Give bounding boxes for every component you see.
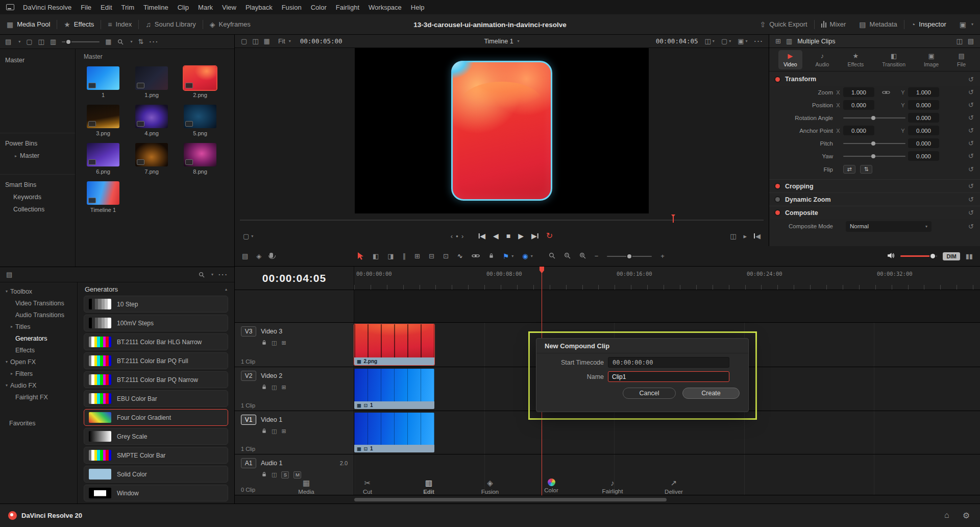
generator-item[interactable]: SMPTE Color Bar (84, 447, 228, 464)
more-options-icon[interactable]: ··· (149, 38, 159, 45)
match-frame-icon[interactable]: ◫ (730, 233, 736, 239)
clip-thumbnail[interactable] (135, 66, 168, 90)
position-y-field[interactable]: 0.000 (908, 100, 939, 110)
clip-thumbnail[interactable] (135, 143, 168, 166)
zoom-full-extent-icon[interactable] (549, 252, 555, 260)
reset-icon[interactable]: ↺ (968, 88, 974, 96)
menu-davinci-resolve[interactable]: DaVinci Resolve (18, 0, 76, 14)
mixer-button[interactable]: Mixer (815, 14, 853, 35)
bin-master[interactable]: Master (0, 54, 75, 66)
goto-out-icon[interactable]: ▸ (743, 233, 747, 239)
reset-icon[interactable]: ↺ (968, 101, 974, 109)
openfx-group[interactable]: ▾ Open FX (0, 356, 77, 368)
auto-select-icon[interactable]: ◫ (272, 385, 277, 390)
overwrite-clip-icon[interactable]: ⊟ (429, 253, 434, 259)
zoom-custom-icon[interactable] (579, 252, 586, 260)
sort-icon[interactable]: ⇅ (138, 38, 144, 45)
menu-trim[interactable]: Trim (117, 0, 139, 14)
zoom-fit-select[interactable]: Fit ▾ (278, 38, 291, 45)
chevron-down-icon[interactable]: ▾ (511, 254, 513, 258)
media-clip[interactable]: 6.png (87, 143, 119, 175)
inspector-options-icon[interactable]: ▤ (968, 38, 974, 44)
composite-toggle[interactable] (775, 210, 780, 215)
audio-monitor-icon[interactable] (887, 252, 895, 260)
generator-item[interactable]: 10 Step (84, 296, 228, 313)
reset-icon[interactable]: ↺ (968, 139, 974, 147)
reset-icon[interactable]: ↺ (968, 223, 974, 230)
generator-item[interactable]: Window (84, 485, 228, 501)
panel-options-button[interactable]: ▣ ▾ (953, 14, 980, 35)
dynamic-zoom-section-header[interactable]: Dynamic Zoom ↺ (769, 193, 980, 206)
retime-curve-icon[interactable]: ∿ (457, 253, 463, 259)
clip-view-icon[interactable]: ▢ (26, 38, 32, 45)
replace-clip-icon[interactable]: ⊡ (443, 253, 449, 259)
track-badge-v3[interactable]: V3 (241, 326, 256, 337)
selection-tool-icon[interactable] (357, 252, 364, 260)
mute-button[interactable]: M (293, 471, 301, 478)
chevron-down-icon[interactable]: ▾ (18, 39, 20, 44)
last-frame-icon[interactable]: ◀ (754, 233, 761, 239)
keyframes-button[interactable]: ◈ Keyframes (203, 14, 257, 35)
media-pool-button[interactable]: ▦ Media Pool (0, 14, 57, 35)
media-clip[interactable]: 1 (87, 66, 119, 98)
split-screen-icon[interactable]: ◫▾ (705, 38, 715, 44)
timeline-ruler[interactable]: 00:00:04:05 00:00:00:00 00:00:08:00 00:0… (235, 267, 980, 290)
reset-icon[interactable]: ↺ (968, 76, 974, 83)
play-button[interactable]: ▶ (518, 232, 524, 239)
dim-button[interactable]: DIM (943, 252, 960, 260)
media-clip-timeline[interactable]: Timeline 1 (87, 181, 119, 213)
transform-toggle[interactable] (775, 77, 780, 82)
trim-edit-icon[interactable]: ◧ (373, 253, 379, 259)
metadata-button[interactable]: ▤ Metadata (852, 14, 903, 35)
tab-image[interactable]: ▣ Image (919, 50, 944, 69)
anchor-x-field[interactable]: 0.000 (843, 126, 874, 135)
reset-icon[interactable]: ↺ (968, 165, 974, 173)
rotation-field[interactable]: 0.000 (908, 113, 939, 123)
generator-item[interactable]: BT.2111 Color Bar HLG Narrow (84, 333, 228, 350)
meters-toggle-icon[interactable]: ▮▮ (966, 253, 973, 259)
viewer-mode-icon[interactable]: ▢ (243, 233, 249, 239)
sidebar-item-generators[interactable]: Generators (0, 332, 77, 344)
track-badge-v2[interactable]: V2 (241, 371, 256, 381)
menu-fusion[interactable]: Fusion (277, 0, 306, 14)
ruler-track[interactable]: 00:00:00:00 00:00:08:00 00:00:16:00 00:0… (354, 267, 980, 290)
chevron-down-icon[interactable]: ▾ (251, 234, 253, 238)
track-enable-icon[interactable]: ⊞ (281, 385, 286, 390)
jog-control[interactable]: ‹●› (451, 232, 464, 240)
transform-section-header[interactable]: Transform ↺ (769, 73, 980, 86)
generator-item-selected[interactable]: Four Color Gradient (84, 409, 228, 426)
page-deliver[interactable]: ↗ Deliver (643, 478, 704, 527)
single-viewer-icon[interactable]: ▢ (241, 38, 247, 44)
panel-toggle-icon[interactable]: ▤ (5, 38, 11, 45)
zoom-detail-icon[interactable] (564, 252, 571, 260)
media-clip[interactable]: 1.png (135, 66, 168, 98)
media-clip-selected[interactable]: 2.png (184, 66, 216, 98)
keyframe-icon[interactable]: ◈ (256, 253, 261, 259)
grid-viewer-icon[interactable]: ▦ (264, 38, 270, 44)
sidebar-item-fairlight-fx[interactable]: Fairlight FX (0, 391, 77, 403)
page-media[interactable]: ▦ Media (276, 478, 337, 527)
track-name[interactable]: Video 2 (261, 372, 282, 379)
more-options-icon[interactable]: ··· (218, 271, 228, 278)
thumbnail-size-slider[interactable] (62, 41, 100, 42)
composite-mode-select[interactable]: Normal ▾ (846, 221, 932, 232)
inspector-button[interactable]: ◔ Inspector (904, 14, 953, 35)
dynamic-trim-icon[interactable]: ◨ (387, 253, 394, 259)
effects-button[interactable]: ★ Effects (57, 14, 101, 35)
auto-select-icon[interactable]: ◫ (272, 340, 277, 346)
flip-horizontal-button[interactable]: ⇄ (843, 165, 855, 174)
sidebar-item-effects[interactable]: Effects (0, 344, 77, 356)
position-lock-icon[interactable] (488, 252, 494, 260)
overlay-options-icon[interactable]: ▣▾ (738, 38, 747, 44)
chevron-down-icon[interactable]: ▾ (211, 272, 213, 277)
composite-section-header[interactable]: Composite ↺ (769, 206, 980, 219)
tab-video[interactable]: ▶ Video (778, 50, 802, 69)
timeline-view-options-icon[interactable]: ▤ (242, 253, 248, 259)
menu-file[interactable]: File (76, 0, 96, 14)
media-clip[interactable]: 4.png (135, 105, 168, 136)
go-to-end-button[interactable]: ▶ (531, 232, 538, 239)
menu-view[interactable]: View (217, 0, 241, 14)
yaw-field[interactable]: 0.000 (908, 151, 939, 161)
track-lock-icon[interactable] (261, 427, 267, 435)
sidebar-item-audio-transitions[interactable]: Audio Transitions (0, 309, 77, 321)
